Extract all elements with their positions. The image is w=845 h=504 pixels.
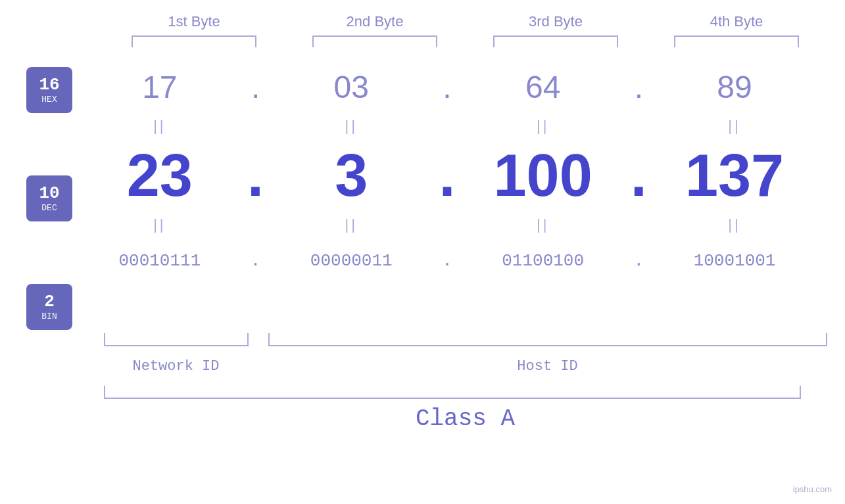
- equals-1-b2: ||: [289, 118, 414, 135]
- dec-byte2: 3: [289, 142, 414, 210]
- watermark: ipshu.com: [793, 484, 832, 494]
- dec-byte3: 100: [481, 142, 606, 210]
- equals-2-b3: ||: [481, 216, 606, 233]
- dot-hex-3: .: [629, 69, 648, 105]
- equals-2-b2: ||: [289, 216, 414, 233]
- byte4-header: 4th Byte: [664, 13, 809, 30]
- bin-badge-number: 2: [44, 292, 55, 311]
- dec-badge: 10 DEC: [26, 175, 72, 221]
- hex-badge-number: 16: [39, 76, 59, 95]
- host-id-label: Host ID: [268, 358, 827, 375]
- equals-row-2: || || || ||: [85, 212, 809, 238]
- byte1-header: 1st Byte: [122, 13, 266, 30]
- dot-hex-1: .: [246, 69, 266, 105]
- bottom-section: Network ID Host ID: [104, 333, 827, 379]
- dot-dec-2: .: [437, 142, 457, 210]
- class-label: Class A: [104, 405, 827, 432]
- equals-2-b1: ||: [97, 216, 222, 233]
- main-container: 1st Byte 2nd Byte 3rd Byte 4th Byte 16 H…: [0, 0, 845, 504]
- byte2-header: 2nd Byte: [302, 13, 447, 30]
- bin-byte4: 10001001: [672, 251, 797, 271]
- bin-badge: 2 BIN: [26, 284, 72, 330]
- big-bracket: [104, 386, 801, 399]
- dot-dec-1: .: [246, 142, 266, 210]
- bin-byte3: 01100100: [481, 251, 606, 271]
- hex-byte2: 03: [289, 69, 414, 105]
- equals-1-b1: ||: [97, 118, 222, 135]
- dec-byte4: 137: [672, 142, 797, 210]
- dec-badge-label: DEC: [41, 203, 57, 213]
- bracket-top-2: [312, 35, 437, 47]
- hex-row: 17 . 03 . 64 . 89: [85, 60, 809, 113]
- equals-row-1: || || || ||: [85, 113, 809, 139]
- network-id-label: Network ID: [104, 358, 249, 375]
- hex-byte3: 64: [481, 69, 606, 105]
- byte3-header: 3rd Byte: [483, 13, 628, 30]
- bin-byte2: 00000011: [289, 251, 414, 271]
- data-columns: 17 . 03 . 64 . 89 || || || || 23: [85, 60, 845, 330]
- bin-row: 00010111 . 00000011 . 01100100 . 1000100…: [85, 238, 809, 284]
- dec-badge-number: 10: [39, 184, 59, 203]
- equals-1-b4: ||: [672, 118, 797, 135]
- dot-bin-2: .: [437, 251, 457, 271]
- bracket-top-1: [132, 35, 256, 47]
- bin-byte1: 00010111: [97, 251, 222, 271]
- equals-1-b3: ||: [481, 118, 606, 135]
- bracket-gap: [249, 333, 268, 350]
- labels-row: Network ID Host ID: [104, 353, 827, 379]
- content-area: 16 HEX 10 DEC 2 BIN 17 . 03 . 64 . 89: [0, 60, 845, 330]
- hex-badge: 16 HEX: [26, 67, 72, 113]
- dot-dec-3: .: [629, 142, 648, 210]
- badges-column: 16 HEX 10 DEC 2 BIN: [0, 60, 85, 330]
- bracket-top-3: [493, 35, 618, 47]
- bottom-brackets-row: [104, 333, 827, 350]
- bin-badge-label: BIN: [41, 311, 57, 321]
- hex-byte1: 17: [97, 69, 222, 105]
- bracket-top-4: [674, 35, 799, 47]
- big-bracket-section: Class A: [104, 386, 827, 432]
- dec-row: 23 . 3 . 100 . 137: [85, 139, 809, 212]
- byte-headers-row: 1st Byte 2nd Byte 3rd Byte 4th Byte: [104, 13, 827, 30]
- top-brackets: [104, 35, 827, 47]
- equals-2-b4: ||: [672, 216, 797, 233]
- bracket-bottom-network: [104, 333, 249, 346]
- dot-bin-1: .: [246, 251, 266, 271]
- hex-byte4: 89: [672, 69, 797, 105]
- bracket-bottom-host: [268, 333, 827, 346]
- dec-byte1: 23: [97, 142, 222, 210]
- hex-badge-label: HEX: [41, 95, 57, 104]
- dot-bin-3: .: [629, 251, 648, 271]
- dot-hex-2: .: [437, 69, 457, 105]
